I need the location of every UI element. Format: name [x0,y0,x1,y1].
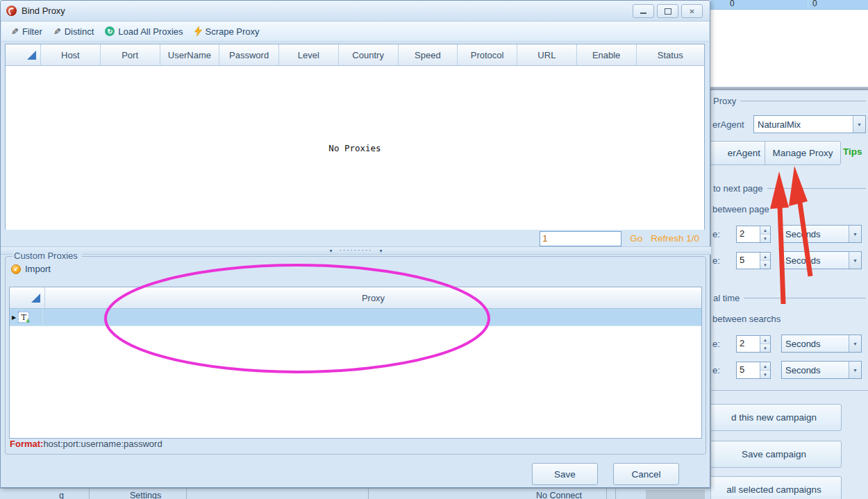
spinner-value[interactable]: 5 [737,362,760,378]
dialog-title: Bind Proxy [22,6,65,16]
column-header-password[interactable]: Password [219,44,279,65]
maximize-button[interactable] [657,4,678,18]
title-bar[interactable]: Bind Proxy ✕ [1,1,710,22]
max-search-delay-spinner[interactable]: 5 ▲▼ [736,362,771,379]
page-delay-unit-select[interactable]: Seconds ▼ [781,251,862,269]
tab-settings[interactable]: Settings [130,491,161,499]
spin-down-icon[interactable]: ▼ [760,371,770,378]
scrape-proxy-label: Scrape Proxy [206,26,260,37]
tab-divider [368,489,369,499]
run-campaigns-button[interactable]: all selected campaigns [710,476,842,499]
proxy-input-cell[interactable] [43,309,701,325]
spin-up-icon[interactable]: ▲ [760,226,770,235]
go-link[interactable]: Go [630,233,642,244]
distinct-button[interactable]: ✎ Distinct [51,25,97,38]
tab-partial[interactable]: g [59,491,64,499]
save-campaign-button[interactable]: Save campaign [710,441,842,468]
group-rule [744,298,866,298]
chevron-down-icon[interactable]: ▼ [849,226,861,242]
status-connect: No Connect [536,491,582,499]
column-header-host[interactable]: Host [41,44,101,65]
tips-link[interactable]: Tips [843,146,862,157]
spin-up-icon[interactable]: ▲ [760,253,770,261]
pagination-bar: Go Refresh 1/0 [5,230,705,246]
column-header-enable[interactable]: Enable [577,44,637,65]
load-all-proxies-button[interactable]: ↻ Load All Proxies [102,25,185,38]
column-header-level[interactable]: Level [279,44,339,65]
background-table-header: 0 0 [710,0,868,10]
chevron-down-icon[interactable]: ▼ [849,252,861,269]
spin-up-icon[interactable]: ▲ [760,336,770,344]
proxies-table-body: No Proxies [6,66,704,230]
between-searches-label: between searchs [712,314,781,324]
add-campaign-button[interactable]: d this new campaign [710,404,842,431]
column-header-country[interactable]: Country [339,44,399,65]
column-header-proxy[interactable]: Proxy [45,287,701,308]
proxy-group-caption: Proxy [713,96,866,106]
filter-label: Filter [22,26,42,37]
next-page-group-label: to next page [713,183,763,194]
custom-proxies-table: Proxy ▶ T+ [9,287,702,439]
close-button[interactable]: ✕ [681,4,703,18]
chevron-down-icon[interactable]: ▼ [853,116,865,133]
column-header-port[interactable]: Port [101,44,160,65]
spinner-value[interactable]: 2 [737,226,760,242]
cancel-button[interactable]: Cancel [613,463,679,485]
filter-button[interactable]: ✎ Filter [8,25,45,38]
refresh-link[interactable]: Refresh 1/0 [651,233,699,244]
close-icon: ✕ [689,8,694,15]
cancel-label: Cancel [631,469,660,480]
spin-down-icon[interactable]: ▼ [760,235,770,242]
save-button[interactable]: Save [532,463,598,485]
page-delay-unit-select[interactable]: Seconds ▼ [781,225,862,243]
splitter-collapse-icon[interactable]: ▾ [329,248,332,254]
import-button[interactable]: ↙ Import [11,264,51,274]
time-label: e: [712,229,720,239]
useragent-label: erAgent [712,119,744,130]
splitter-collapse-icon[interactable]: ▾ [379,248,382,254]
select-all-cell[interactable] [6,44,41,65]
search-delay-unit-select[interactable]: Seconds ▼ [781,335,862,353]
custom-table-header: Proxy [10,287,701,309]
chevron-down-icon[interactable]: ▼ [849,335,861,352]
background-window: 0 0 Proxy erAgent NaturalMix ▼ erAgent M… [710,0,868,499]
tab-divider [186,489,187,499]
useragent-select[interactable]: NaturalMix ▼ [753,115,866,133]
next-page-group-caption: to next page [713,183,866,194]
distinct-label: Distinct [65,26,94,37]
search-delay-unit-select[interactable]: Seconds ▼ [781,361,862,379]
proxies-table-header: Host Port UserName Password Level Countr… [6,44,704,66]
time-label: e: [712,339,720,349]
useragent-value: NaturalMix [754,119,853,130]
time-label: e: [712,255,720,266]
new-proxy-row[interactable]: ▶ T+ [10,309,701,326]
refresh-icon: ↻ [105,26,115,36]
spin-down-icon[interactable]: ▼ [760,344,770,352]
column-header-protocol[interactable]: Protocol [458,44,517,65]
statusbar-block [646,490,705,499]
splitter-handle[interactable]: ▾ ········· ▾ [1,246,711,255]
save-campaign-label: Save campaign [742,449,806,459]
minimize-button[interactable] [633,4,654,18]
scrape-proxy-button[interactable]: Scrape Proxy [192,25,262,38]
spin-down-icon[interactable]: ▼ [760,261,770,269]
manage-proxy-button[interactable]: Manage Proxy [765,141,841,165]
max-page-delay-spinner[interactable]: 5 ▲▼ [736,252,771,269]
column-header-speed[interactable]: Speed [399,44,458,65]
time-label: e: [712,365,720,375]
group-rule [767,188,866,189]
page-number-input[interactable] [540,231,621,246]
column-header-username[interactable]: UserName [160,44,220,65]
tab-divider [606,489,607,499]
min-page-delay-spinner[interactable]: 2 ▲▼ [736,226,771,243]
select-all-cell[interactable] [10,287,45,308]
chevron-down-icon[interactable]: ▼ [849,362,861,378]
count-value: 0 [812,0,817,8]
column-header-status[interactable]: Status [637,44,704,65]
column-header-url[interactable]: URL [517,44,577,65]
manage-useragent-button[interactable]: erAgent [710,141,768,165]
spin-up-icon[interactable]: ▲ [760,362,770,371]
min-search-delay-spinner[interactable]: 2 ▲▼ [736,335,771,353]
spinner-value[interactable]: 5 [737,253,760,269]
spinner-value[interactable]: 2 [737,336,760,352]
